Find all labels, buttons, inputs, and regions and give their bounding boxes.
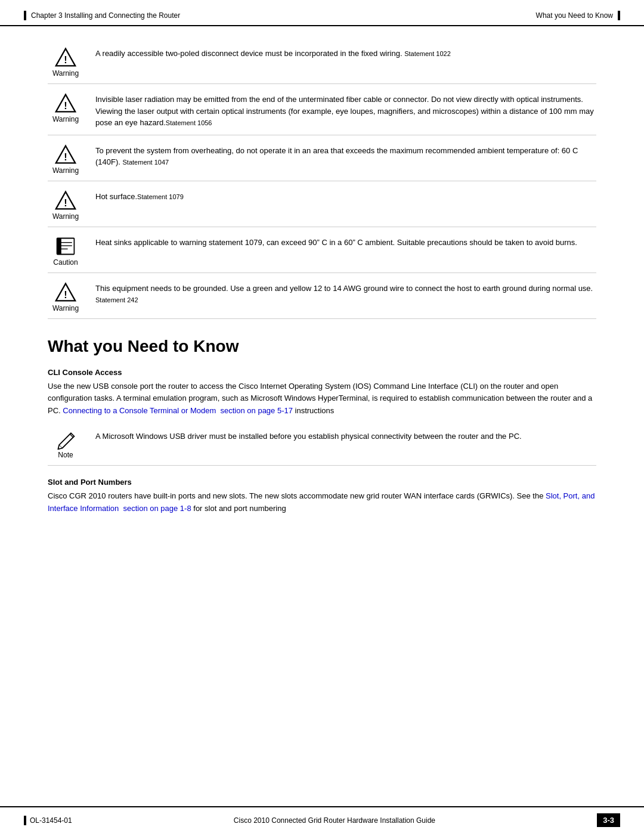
statement-1: Statement 1022 bbox=[404, 50, 451, 57]
statement-2: Statement 1056 bbox=[166, 119, 212, 126]
svg-rect-12 bbox=[57, 238, 61, 254]
cli-console-title: CLI Console Access bbox=[48, 368, 596, 377]
warning-triangle-icon-4: ! bbox=[55, 190, 76, 211]
warning-triangle-icon-3: ! bbox=[55, 144, 76, 165]
header-section: What you Need to Know bbox=[536, 11, 613, 20]
caution-icon bbox=[55, 236, 76, 257]
note-label: Note bbox=[58, 451, 73, 459]
warning-label-5: Warning bbox=[52, 304, 79, 312]
footer-page: 3-3 bbox=[597, 813, 620, 827]
svg-text:!: ! bbox=[64, 100, 67, 111]
cli-console-body: Use the new USB console port the router … bbox=[48, 380, 596, 417]
page-header: Chapter 3 Installing and Connecting the … bbox=[0, 0, 644, 26]
warning-text-4: Hot surface. bbox=[95, 192, 137, 201]
header-bar-icon bbox=[24, 11, 26, 20]
warning-icon-col-4: ! Warning bbox=[48, 188, 83, 221]
svg-text:!: ! bbox=[64, 289, 67, 299]
page-container: Chapter 3 Installing and Connecting the … bbox=[0, 0, 644, 833]
caution-icon-col: Caution bbox=[48, 234, 83, 267]
svg-text:!: ! bbox=[64, 151, 67, 162]
warning-triangle-icon-2: ! bbox=[55, 92, 76, 114]
warning-label-2: Warning bbox=[52, 115, 79, 123]
warning-text-1: A readily accessible two-poled disconnec… bbox=[95, 49, 402, 58]
note-content: A Microsoft Windows USB driver must be i… bbox=[95, 431, 596, 442]
svg-text:!: ! bbox=[64, 54, 67, 65]
warning-content-1: A readily accessible two-poled disconnec… bbox=[95, 45, 596, 60]
caution-content: Heat sinks applicable to warning stateme… bbox=[95, 234, 596, 249]
slot-port-body: Cisco CGR 2010 routers have built-in por… bbox=[48, 490, 596, 515]
slot-port-link[interactable]: Slot, Port, and Interface Information se… bbox=[48, 491, 595, 513]
header-chapter: Chapter 3 Installing and Connecting the … bbox=[31, 11, 180, 20]
warning-label-1: Warning bbox=[52, 69, 79, 78]
warning-icon-col-3: ! Warning bbox=[48, 143, 83, 175]
warning-icon-col-2: ! Warning bbox=[48, 91, 83, 123]
note-text: A Microsoft Windows USB driver must be i… bbox=[95, 432, 522, 441]
caution-row: Caution Heat sinks applicable to warning… bbox=[48, 227, 596, 273]
footer-center: Cisco 2010 Connected Grid Router Hardwar… bbox=[234, 816, 435, 825]
caution-text: Heat sinks applicable to warning stateme… bbox=[95, 238, 577, 247]
caution-label: Caution bbox=[53, 258, 78, 267]
warning-label-4: Warning bbox=[52, 212, 79, 221]
statement-3: Statement 1047 bbox=[123, 159, 169, 166]
warning-text-5: This equipment needs to be grounded. Use… bbox=[95, 284, 593, 293]
warning-row-5: ! Warning This equipment needs to be gro… bbox=[48, 273, 596, 319]
header-right-bar-icon bbox=[618, 11, 620, 20]
cli-console-link[interactable]: Connecting to a Console Terminal or Mode… bbox=[63, 406, 293, 415]
warning-content-2: Invisible laser radiation may be emitted… bbox=[95, 91, 596, 129]
warning-icon-col-5: ! Warning bbox=[48, 280, 83, 312]
footer-doc-id: OL-31454-01 bbox=[30, 816, 72, 825]
warning-content-5: This equipment needs to be grounded. Use… bbox=[95, 280, 596, 306]
slot-port-title: Slot and Port Numbers bbox=[48, 478, 596, 487]
main-content: ! Warning A readily accessible two-poled… bbox=[0, 26, 644, 538]
svg-text:!: ! bbox=[64, 197, 67, 208]
warning-row-2: ! Warning Invisible laser radiation may … bbox=[48, 84, 596, 135]
section-title: What you Need to Know bbox=[48, 337, 596, 356]
warning-label-3: Warning bbox=[52, 166, 79, 175]
statement-4: Statement 1079 bbox=[137, 193, 184, 200]
warning-icon-col-1: ! Warning bbox=[48, 45, 83, 78]
warning-content-3: To prevent the system from overheating, … bbox=[95, 143, 596, 168]
footer-left: OL-31454-01 bbox=[24, 816, 72, 825]
svg-line-16 bbox=[59, 445, 62, 448]
footer-bar-icon bbox=[24, 816, 26, 825]
warning-triangle-icon-5: ! bbox=[55, 281, 76, 303]
page-footer: OL-31454-01 Cisco 2010 Connected Grid Ro… bbox=[0, 806, 644, 833]
note-icon-col: Note bbox=[48, 431, 83, 459]
cli-console-section: CLI Console Access Use the new USB conso… bbox=[48, 368, 596, 466]
warning-row-4: ! Warning Hot surface.Statement 1079 bbox=[48, 181, 596, 227]
header-right: What you Need to Know bbox=[536, 11, 620, 20]
warning-content-4: Hot surface.Statement 1079 bbox=[95, 188, 596, 203]
warning-triangle-icon-1: ! bbox=[55, 47, 76, 68]
slot-port-section: Slot and Port Numbers Cisco CGR 2010 rou… bbox=[48, 478, 596, 515]
note-pencil-icon bbox=[55, 431, 76, 450]
statement-5: Statement 242 bbox=[95, 296, 138, 304]
warning-row-1: ! Warning A readily accessible two-poled… bbox=[48, 38, 596, 84]
note-row: Note A Microsoft Windows USB driver must… bbox=[48, 425, 596, 466]
warning-row-3: ! Warning To prevent the system from ove… bbox=[48, 135, 596, 181]
header-left: Chapter 3 Installing and Connecting the … bbox=[24, 11, 180, 20]
